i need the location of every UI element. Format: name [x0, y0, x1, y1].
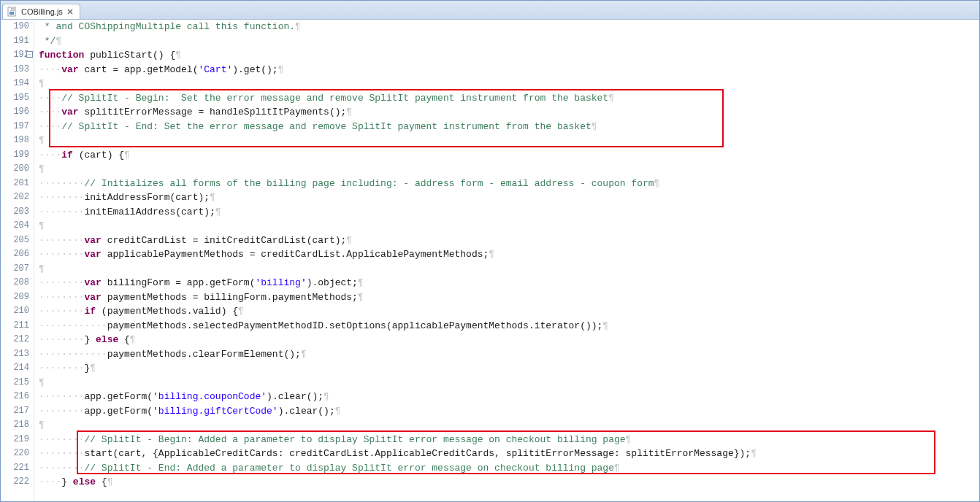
code-line[interactable]: ····// SplitIt - Begin: Set the error me…: [39, 91, 979, 106]
code-line[interactable]: ¶: [39, 376, 979, 390]
code-line[interactable]: ········// Initializes all forms of the …: [39, 177, 979, 191]
code-line[interactable]: ¶: [39, 262, 979, 277]
line-number: 204: [1, 219, 29, 233]
editor-tab-cobilling[interactable]: JS COBilling.js: [2, 4, 80, 19]
code-line[interactable]: ········// SplitIt - Begin: Added a para…: [39, 433, 979, 447]
code-line[interactable]: ····// SplitIt - End: Set the error mess…: [39, 120, 979, 134]
code-line[interactable]: ····var cart = app.getModel('Cart').get(…: [39, 63, 979, 77]
code-line[interactable]: * and COShippingMultiple call this funct…: [39, 20, 979, 34]
line-number: 222: [1, 475, 29, 490]
code-line[interactable]: ········// SplitIt - End: Added a parame…: [39, 461, 979, 476]
line-number: 207: [1, 262, 29, 277]
line-number: 191: [1, 34, 29, 49]
code-line[interactable]: ····var splititErrorMessage = handleSpli…: [39, 105, 979, 120]
code-line[interactable]: ········app.getForm('billing.couponCode'…: [39, 390, 979, 404]
line-number: 202: [1, 190, 29, 205]
code-line[interactable]: ¶: [39, 219, 979, 233]
code-editor[interactable]: 190191192−193194195196197198199200201202…: [1, 20, 979, 501]
line-number-gutter: 190191192−193194195196197198199200201202…: [1, 20, 34, 501]
line-number: 193: [1, 63, 29, 77]
code-line[interactable]: ¶: [39, 162, 979, 177]
line-number: 210: [1, 304, 29, 319]
code-line[interactable]: ············paymentMethods.selectedPayme…: [39, 319, 979, 333]
line-number: 221: [1, 461, 29, 476]
line-number: 209: [1, 290, 29, 305]
line-number: 199: [1, 148, 29, 163]
code-line[interactable]: ····if (cart) {¶: [39, 148, 979, 163]
code-line[interactable]: ············paymentMethods.clearFormElem…: [39, 347, 979, 362]
js-file-icon: JS: [7, 7, 18, 17]
line-number: 190: [1, 20, 29, 34]
line-number: 206: [1, 247, 29, 262]
svg-rect-1: [9, 12, 14, 15]
line-number: 197: [1, 120, 29, 134]
code-line[interactable]: function publicStart() {¶: [39, 48, 979, 63]
line-number: 212: [1, 333, 29, 347]
line-number: 217: [1, 404, 29, 419]
line-number: 192−: [1, 48, 29, 63]
line-number: 208: [1, 276, 29, 290]
line-number: 195: [1, 91, 29, 106]
code-line[interactable]: ········app.getForm('billing.giftCertCod…: [39, 404, 979, 419]
code-line[interactable]: ········var paymentMethods = billingForm…: [39, 290, 979, 305]
line-number: 201: [1, 177, 29, 191]
line-number: 194: [1, 77, 29, 91]
tab-bar: JS COBilling.js: [1, 1, 979, 20]
code-line[interactable]: */¶: [39, 34, 979, 49]
code-line[interactable]: ········var creditCardList = initCreditC…: [39, 233, 979, 248]
line-number: 198: [1, 134, 29, 148]
line-number: 219: [1, 433, 29, 447]
code-line[interactable]: ········}¶: [39, 361, 979, 376]
line-number: 216: [1, 390, 29, 404]
line-number: 218: [1, 418, 29, 433]
code-line[interactable]: ¶: [39, 77, 979, 91]
line-number: 220: [1, 447, 29, 461]
line-number: 213: [1, 347, 29, 362]
code-line[interactable]: ········initEmailAddress(cart);¶: [39, 205, 979, 220]
line-number: 214: [1, 361, 29, 376]
code-line[interactable]: ········var applicablePaymentMethods = c…: [39, 247, 979, 262]
code-line[interactable]: ····} else {¶: [39, 475, 979, 490]
code-line[interactable]: ········if (paymentMethods.valid) {¶: [39, 304, 979, 319]
tab-filename: COBilling.js: [21, 7, 63, 16]
line-number: 211: [1, 319, 29, 333]
line-number: 200: [1, 162, 29, 177]
code-area[interactable]: * and COShippingMultiple call this funct…: [34, 20, 979, 501]
code-line[interactable]: ¶: [39, 134, 979, 148]
code-line[interactable]: ¶: [39, 418, 979, 433]
code-line[interactable]: ········var billingForm = app.getForm('b…: [39, 276, 979, 290]
line-number: 203: [1, 205, 29, 220]
svg-text:JS: JS: [10, 7, 15, 12]
line-number: 205: [1, 233, 29, 248]
code-line[interactable]: ········start(cart, {ApplicableCreditCar…: [39, 447, 979, 461]
fold-toggle[interactable]: −: [26, 51, 33, 58]
close-icon[interactable]: [66, 8, 74, 15]
code-line[interactable]: ········initAddressForm(cart);¶: [39, 190, 979, 205]
line-number: 215: [1, 376, 29, 390]
line-number: 196: [1, 105, 29, 120]
code-line[interactable]: ········} else {¶: [39, 333, 979, 347]
